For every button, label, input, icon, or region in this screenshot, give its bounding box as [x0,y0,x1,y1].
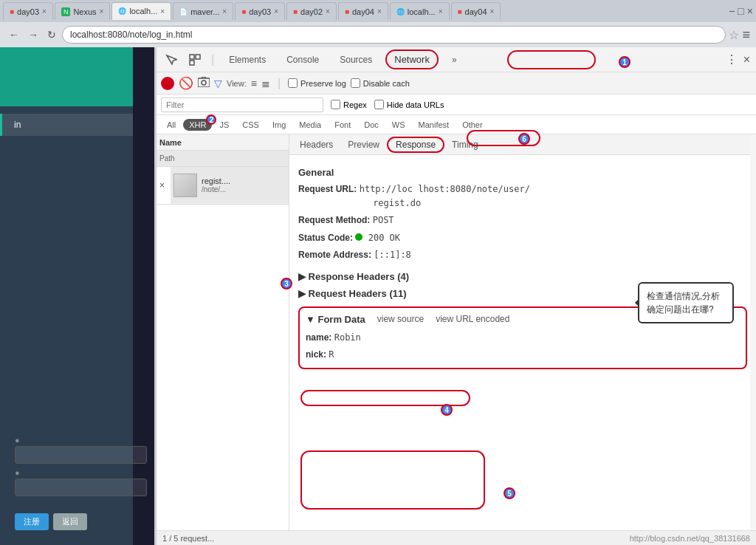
detail-panel: Headers Preview Response Timing General … [289,134,756,545]
regex-label: Regex [343,100,367,109]
main-area: in ● ● 注册 返回 | [0,47,756,545]
request-method-row: Request Method: POST [298,213,747,227]
close-row-button[interactable]: × [157,179,168,192]
tab-close-icon[interactable]: × [42,7,47,16]
nav-bar: ← → ↻ ☆ ≡ [0,22,756,47]
tab-day03-2[interactable]: ■ day03 × [235,2,285,20]
tab-close-icon[interactable]: × [490,7,495,16]
view-list-button[interactable]: ≡ [251,78,257,89]
type-font-button[interactable]: Font [329,119,357,131]
tab-localhost-2[interactable]: 🌐 localh... × [390,2,450,20]
tab-close-icon[interactable]: × [160,7,165,16]
status-code-value: 200 OK [368,233,400,243]
more-tabs-button[interactable]: » [444,50,464,69]
preserve-log-checkbox[interactable] [288,78,298,88]
view-waterfall-button[interactable]: ≣ [261,78,270,89]
network-list: Name Path 3 × regist.... /note/... [157,134,289,545]
tab-close-icon[interactable]: × [326,7,330,16]
reload-button[interactable]: ↻ [44,27,59,42]
preview-tab[interactable]: Preview [340,137,387,153]
waterfall-url: http://blog.csdn.net/qq_38131668 [630,534,750,543]
hide-data-urls-checkbox[interactable] [374,100,384,109]
type-media-button[interactable]: Media [293,119,327,131]
status-code-row: Status Code: 200 OK [298,231,747,245]
type-css-button[interactable]: CSS [236,119,265,131]
tab-maven[interactable]: 📄 maver... × [173,2,233,20]
type-ws-button[interactable]: WS [386,119,411,131]
tab-nexus[interactable]: N Nexus × [55,2,111,20]
browser-chrome: ■ day03 × N Nexus × 🌐 localh... × 📄 mave… [0,0,756,47]
type-doc-button[interactable]: Doc [358,119,385,131]
minimize-button[interactable]: − [729,5,735,17]
form-data-toggle[interactable]: ▼ Form Data [306,311,365,328]
preserve-log-label: Preserve log [300,79,346,88]
forward-button[interactable]: → [25,27,41,42]
network-list-row[interactable]: regist.... /note/... [171,167,289,204]
request-method-label: Request Method: [298,215,370,225]
request-count: 1 / 5 request... [162,534,214,543]
tab-bar: ■ day03 × N Nexus × 🌐 localh... × 📄 mave… [0,0,756,22]
request-url-row: Request URL: http://localhost:8080/note/… [298,182,747,210]
back-button[interactable]: ← [6,27,22,42]
maximize-button[interactable]: □ [738,5,743,17]
svg-rect-0 [190,55,194,59]
svg-rect-1 [196,55,200,59]
disable-cache-label: Disable cach [363,79,410,88]
tab-localhost-active[interactable]: 🌐 localh... × [111,2,171,20]
tab-close-icon[interactable]: × [439,7,443,16]
headers-tab[interactable]: Headers [292,137,340,153]
tab-label: Nexus [73,7,96,16]
back-button[interactable]: 返回 [53,513,87,530]
tab-day04-1[interactable]: ■ day04 × [338,2,388,20]
response-tab[interactable]: Response [387,137,444,153]
form-label-2: ● [15,468,147,477]
console-tab[interactable]: Console [279,50,326,69]
inspect-icon-button[interactable] [186,52,204,67]
view-url-encoded-button[interactable]: view URL encoded [436,314,509,324]
network-toolbar: 🚫 ▽ View: ≡ ≣ | Preserve log Disable cac… [157,72,756,95]
form-input-mock-2 [15,479,147,496]
tab-close-icon[interactable]: × [100,7,104,16]
tab-label: day02 [300,7,323,16]
tab-label: day03 [17,7,39,16]
cursor-icon-button[interactable] [162,52,180,67]
annotation-badge-3: 3 [281,278,289,289]
tab-day02[interactable]: ■ day02 × [286,2,337,20]
timing-tab[interactable]: Timing [444,137,486,153]
type-all-button[interactable]: All [161,119,182,131]
menu-button[interactable]: ≡ [742,27,750,43]
webpage-sidebar: in ● ● 注册 返回 [0,47,133,545]
disable-cache-checkbox[interactable] [351,78,360,88]
elements-tab[interactable]: Elements [221,50,273,69]
devtools-close-button[interactable]: × [743,53,750,66]
address-bar[interactable] [62,26,726,44]
record-button[interactable] [161,77,174,90]
sidebar-nav-item-in[interactable]: in [0,114,133,136]
tab-label: localh... [408,7,436,16]
close-button[interactable]: × [747,5,753,17]
view-source-button[interactable]: view source [377,314,424,324]
bookmark-button[interactable]: ☆ [729,28,739,42]
type-img-button[interactable]: Img [267,119,292,131]
nav-item-label: in [14,120,21,130]
status-green-icon [355,233,362,241]
tab-close-icon[interactable]: × [377,7,382,16]
filter-input[interactable] [161,97,323,112]
network-tab[interactable]: Network [385,49,439,69]
callout-box: 检查通信情况,分析确定问题出在哪? [638,282,734,323]
register-button[interactable]: 注册 [15,513,49,530]
tab-close-icon[interactable]: × [274,7,278,16]
filter-button[interactable]: ▽ [214,78,222,89]
stop-button[interactable]: 🚫 [179,76,193,90]
scrollbar[interactable] [750,134,756,545]
devtools-more-button[interactable]: ⋮ [726,52,738,66]
type-other-button[interactable]: Other [456,119,489,131]
type-js-button[interactable]: JS [213,119,235,131]
tab-day03-1[interactable]: ■ day03 × [3,2,53,20]
type-manifest-button[interactable]: Manifest [413,119,456,131]
tab-close-icon[interactable]: × [222,7,227,16]
screenshot-button[interactable] [198,77,210,89]
tab-day04-2[interactable]: ■ day04 × [451,2,501,20]
regex-checkbox[interactable] [331,100,340,109]
sources-tab[interactable]: Sources [332,50,379,69]
